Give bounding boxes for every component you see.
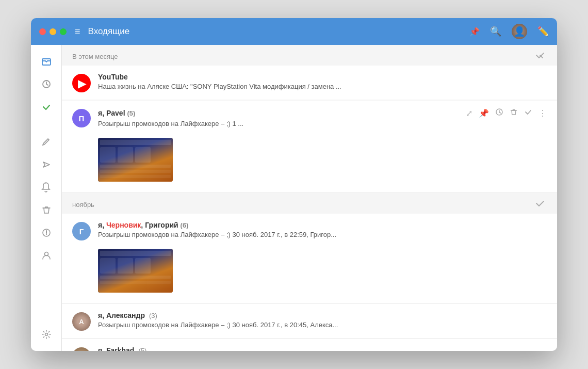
svg-point-3 (46, 234, 47, 235)
done-action-icon[interactable] (524, 108, 532, 118)
grigory-subject: Розыгрыш промокодов на Лайфхакере – ;) 3… (98, 231, 547, 238)
grigory-avatar: Г (72, 222, 91, 240)
select-all-this-month[interactable] (535, 51, 547, 61)
sidebar (31, 45, 62, 351)
youtube-subject: Наша жизнь на Аляске США: "SONY PlayStat… (98, 83, 547, 90)
close-button[interactable] (39, 28, 46, 35)
expand-icon[interactable]: ⤢ (466, 108, 472, 118)
section-header-this-month: В этом месяце (62, 45, 557, 66)
sidebar-item-trash[interactable] (35, 200, 58, 220)
email-row-pavel[interactable]: П я, Pavel (5) ⤢ 📌 (62, 101, 557, 192)
sidebar-item-drafts[interactable] (35, 132, 58, 152)
alexander-subject: Розыгрыш промокодов на Лайфхакере – ;) 3… (98, 321, 547, 329)
sidebar-item-spam[interactable] (35, 222, 58, 243)
compose-icon[interactable]: ✏️ (537, 26, 549, 37)
grigory-sender: я, Черновик, Григорий (6) (98, 221, 188, 229)
titlebar-actions: 📌 🔍 👤 ✏️ (469, 24, 549, 39)
pin-icon[interactable]: 📌 (469, 27, 480, 37)
user-avatar[interactable]: 👤 (512, 24, 527, 39)
farkhad-email-content: я, Farkhad (5) Розыгрыш промокодов на Ла… (98, 346, 547, 351)
pavel-thumbnail-area (98, 133, 547, 182)
delete-action-icon[interactable] (510, 108, 518, 118)
pavel-email-content: я, Pavel (5) ⤢ 📌 (98, 108, 547, 182)
app-window: ≡ Входящие 📌 🔍 👤 ✏️ (31, 18, 557, 351)
section-label-november: ноябрь (72, 201, 94, 208)
email-list[interactable]: В этом месяце ▶ YouTube Наша жи (62, 45, 557, 351)
youtube-avatar: ▶ (72, 74, 91, 92)
email-row-farkhad[interactable]: F я, Farkhad (5) Розыгрыш промокодов на … (62, 339, 557, 351)
minimize-button[interactable] (50, 28, 56, 35)
sidebar-item-snoozed[interactable] (35, 74, 58, 94)
sidebar-item-done[interactable] (35, 97, 58, 117)
search-icon[interactable]: 🔍 (490, 26, 501, 37)
grigory-thumbnail-area (98, 244, 547, 293)
main-content: В этом месяце ▶ YouTube Наша жи (31, 45, 557, 351)
alexander-avatar: А (72, 312, 91, 331)
pavel-sender: я, Pavel (5) (98, 109, 135, 117)
grigory-thumbnail (98, 249, 173, 293)
alexander-email-content: я, Александр (3) Розыгрыш промокодов на … (98, 311, 547, 329)
section-label-this-month: В этом месяце (72, 53, 118, 60)
sidebar-item-sent[interactable] (35, 154, 58, 175)
fullscreen-button[interactable] (60, 28, 67, 35)
grigory-email-content: я, Черновик, Григорий (6) Розыгрыш промо… (98, 221, 547, 293)
pavel-thumbnail (98, 138, 173, 182)
email-row-alexander[interactable]: А я, Александр (3) Розыгрыш промокодов н… (62, 304, 557, 339)
sidebar-item-reminders[interactable] (35, 177, 58, 198)
email-row-youtube[interactable]: ▶ YouTube Наша жизнь на Аляске США: "SON… (62, 66, 557, 100)
farkhad-sender: я, Farkhad (98, 346, 134, 351)
youtube-sender: YouTube (98, 73, 128, 81)
pavel-email-actions: ⤢ 📌 (466, 108, 547, 118)
pavel-avatar: П (72, 109, 91, 127)
alexander-sender: я, Александр (98, 311, 145, 319)
window-title: Входящие (88, 26, 469, 37)
email-row-grigory[interactable]: Г я, Черновик, Григорий (6) Розыгрыш про… (62, 214, 557, 303)
snooze-action-icon[interactable] (495, 108, 503, 118)
pin-action-icon[interactable]: 📌 (479, 108, 489, 118)
sidebar-item-settings[interactable] (35, 324, 58, 345)
select-all-november[interactable] (535, 199, 547, 210)
youtube-email-content: YouTube Наша жизнь на Аляске США: "SONY … (98, 73, 547, 90)
sidebar-item-inbox[interactable] (35, 51, 58, 72)
farkhad-avatar: F (72, 347, 91, 351)
draft-link[interactable]: Черновик (106, 221, 141, 229)
more-action-icon[interactable]: ⋮ (538, 108, 547, 118)
section-header-november: ноябрь (62, 193, 557, 214)
titlebar: ≡ Входящие 📌 🔍 👤 ✏️ (31, 18, 557, 45)
svg-point-5 (45, 333, 47, 336)
traffic-lights (39, 28, 67, 35)
menu-icon[interactable]: ≡ (75, 26, 81, 37)
pavel-subject: Розыгрыш промокодов на Лайфхакере – ;) 1… (98, 120, 547, 127)
sidebar-item-contacts[interactable] (35, 245, 58, 266)
